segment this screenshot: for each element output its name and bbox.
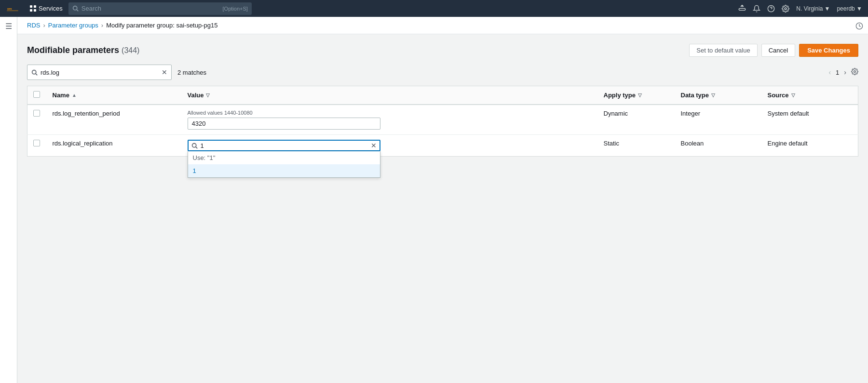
value-sort-icon[interactable]: ▽: [206, 92, 210, 98]
row1-value-wrapper: Allowed values 1440-10080: [188, 110, 592, 130]
row2-data-type: Boolean: [681, 140, 704, 147]
breadcrumb-sep-2: ›: [101, 22, 103, 29]
breadcrumb-parameter-groups[interactable]: Parameter groups: [48, 22, 98, 29]
svg-point-3: [73, 6, 77, 10]
pagination: ‹ 1 ›: [827, 67, 858, 77]
svg-point-11: [192, 143, 196, 147]
services-label: Services: [39, 5, 63, 12]
filter-search-input[interactable]: [41, 69, 159, 76]
select-all-checkbox[interactable]: [33, 91, 40, 98]
row2-dropdown-clear-button[interactable]: ✕: [371, 142, 377, 149]
table-settings-button[interactable]: [851, 68, 858, 77]
th-source: Source ▽: [762, 86, 858, 105]
row2-name-cell: rds.logical_replication: [47, 135, 182, 157]
apply-type-header-label: Apply type: [604, 92, 636, 99]
svg-point-10: [854, 71, 856, 73]
row2-data-type-cell: Boolean: [675, 135, 762, 157]
region-selector[interactable]: N. Virginia ▼: [796, 5, 830, 12]
name-header-label: Name: [53, 92, 69, 99]
main-content: RDS › Parameter groups › Modify paramete…: [17, 17, 868, 383]
search-shortcut: [Option+S]: [223, 6, 248, 12]
next-page-button[interactable]: ›: [842, 67, 848, 77]
value-header-label: Value: [188, 92, 204, 99]
page-title: Modifiable parameters (344): [27, 45, 139, 55]
th-apply-type: Apply type ▽: [598, 86, 675, 105]
row1-source-cell: System default: [762, 105, 858, 135]
row1-checkbox[interactable]: [33, 110, 40, 117]
th-data-type: Data type ▽: [675, 86, 762, 105]
row2-checkbox[interactable]: [33, 140, 40, 146]
row1-checkbox-cell: [27, 105, 47, 135]
global-search-bar[interactable]: [Option+S]: [68, 2, 252, 15]
user-menu[interactable]: peerdb ▼: [837, 5, 862, 12]
row2-value-cell: ✕ Use: "1" 1: [182, 135, 598, 157]
data-type-sort-icon[interactable]: ▽: [711, 92, 715, 98]
search-icon: [72, 5, 79, 12]
row2-checkbox-cell: [27, 135, 47, 157]
cloud-icon-btn[interactable]: [738, 5, 746, 13]
svg-point-8: [32, 70, 36, 74]
settings-gear-icon-btn[interactable]: [782, 5, 789, 13]
row2-dropdown-list: Use: "1" 1: [188, 151, 380, 178]
search-filter[interactable]: ✕: [27, 65, 172, 80]
row1-value-cell: Allowed values 1440-10080: [182, 105, 598, 135]
source-header-label: Source: [768, 92, 789, 99]
svg-point-7: [785, 8, 787, 10]
svg-line-12: [195, 146, 197, 148]
top-navigation: aws Services [Option+S]: [0, 0, 868, 17]
name-sort-icon[interactable]: ▲: [72, 92, 77, 98]
matches-text: 2 matches: [177, 69, 206, 76]
set-default-button[interactable]: Set to default value: [689, 44, 757, 57]
help-icon-btn[interactable]: [767, 5, 775, 13]
header-actions: Set to default value Cancel Save Changes: [689, 44, 858, 57]
row1-name-cell: rds.log_retention_period: [47, 105, 182, 135]
row1-value-input[interactable]: [188, 118, 380, 130]
breadcrumb-sep-1: ›: [43, 22, 45, 29]
row2-source: Engine default: [768, 140, 808, 147]
row2-dropdown-input-row[interactable]: ✕: [188, 140, 380, 151]
row1-data-type: Integer: [681, 110, 700, 117]
clock-icon[interactable]: [855, 22, 863, 32]
row2-name: rds.logical_replication: [53, 140, 113, 147]
global-search-input[interactable]: [81, 5, 220, 12]
th-name: Name ▲: [47, 86, 182, 105]
row1-name: rds.log_retention_period: [53, 110, 120, 117]
page-content: Modifiable parameters (344) Set to defau…: [17, 34, 868, 166]
data-type-header-label: Data type: [681, 92, 709, 99]
filter-clear-button[interactable]: ✕: [162, 69, 167, 76]
prev-page-button[interactable]: ‹: [827, 67, 833, 77]
source-sort-icon[interactable]: ▽: [791, 92, 795, 98]
dropdown-option-1[interactable]: 1: [188, 164, 380, 177]
parameters-table: Name ▲ Value ▽ Apply typ: [27, 86, 858, 157]
hamburger-button[interactable]: ☰: [5, 22, 12, 31]
table-header: Name ▲ Value ▽ Apply typ: [27, 86, 858, 105]
param-count: (344): [122, 46, 139, 54]
page-title-text: Modifiable parameters: [27, 45, 119, 55]
svg-line-9: [36, 73, 37, 75]
row2-dropdown-wrapper: ✕ Use: "1" 1: [188, 140, 380, 151]
th-value: Value ▽: [182, 86, 598, 105]
bell-icon-btn[interactable]: [753, 5, 760, 13]
svg-line-4: [77, 10, 78, 11]
nav-right: N. Virginia ▼ peerdb ▼: [738, 5, 862, 13]
aws-logo: aws: [6, 3, 24, 14]
row1-data-type-cell: Integer: [675, 105, 762, 135]
row1-apply-type-cell: Dynamic: [598, 105, 675, 135]
apply-type-sort-icon[interactable]: ▽: [638, 92, 642, 98]
row2-apply-type: Static: [604, 140, 620, 147]
filter-search-icon: [31, 69, 38, 76]
svg-rect-2: [7, 10, 18, 11]
services-button[interactable]: Services: [30, 5, 63, 12]
filter-row: ✕ 2 matches ‹ 1 ›: [27, 65, 858, 80]
grid-icon: [30, 5, 37, 12]
save-changes-button[interactable]: Save Changes: [799, 44, 858, 57]
row1-allowed-label: Allowed values 1440-10080: [188, 110, 592, 116]
breadcrumb-current: Modify parameter group: sai-setup-pg15: [106, 22, 217, 29]
main-layout: ☰ RDS › Parameter groups › Modify parame…: [0, 17, 868, 383]
cancel-button[interactable]: Cancel: [761, 44, 795, 57]
row1-source: System default: [768, 110, 809, 117]
row2-apply-type-cell: Static: [598, 135, 675, 157]
table-body: rds.log_retention_period Allowed values …: [27, 105, 858, 157]
row2-dropdown-search-input[interactable]: [201, 142, 368, 149]
breadcrumb-rds[interactable]: RDS: [27, 22, 40, 29]
